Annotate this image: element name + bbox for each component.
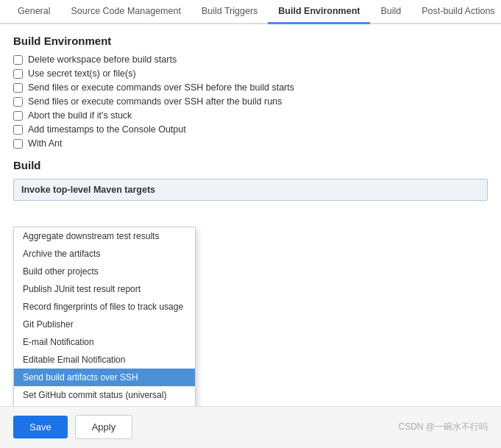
checkbox-row-cb7: With Ant — [13, 138, 488, 149]
checkbox-cb3[interactable] — [13, 83, 23, 93]
apply-button[interactable]: Apply — [75, 415, 133, 439]
checkbox-label-cb6: Add timestamps to the Console Output — [28, 124, 186, 135]
footer: Save Apply CSDN @一碗水不行吗 — [0, 406, 501, 447]
checkbox-cb4[interactable] — [13, 97, 23, 107]
dropdown-item-build-other[interactable]: Build other projects — [14, 263, 195, 280]
checkbox-label-cb7: With Ant — [28, 138, 63, 149]
tab-build-triggers[interactable]: Build Triggers — [191, 0, 268, 24]
dropdown-item-fingerprints[interactable]: Record fingerprints of files to track us… — [14, 298, 195, 316]
checkbox-label-cb3: Send files or execute commands over SSH … — [28, 82, 294, 93]
build-section-title: Build — [13, 159, 488, 171]
dropdown-items-container: Aggregate downstream test resultsArchive… — [14, 227, 195, 406]
dropdown-menu: Aggregate downstream test resultsArchive… — [13, 227, 196, 406]
tab-build[interactable]: Build — [370, 0, 411, 24]
build-section: Build Invoke top-level Maven targets — [13, 159, 488, 201]
checkbox-label-cb2: Use secret text(s) or file(s) — [28, 68, 136, 79]
checkbox-label-cb1: Delete workspace before build starts — [28, 54, 177, 65]
checkbox-cb7[interactable] — [13, 139, 23, 149]
dropdown-item-publish-junit[interactable]: Publish JUnit test result report — [14, 280, 195, 298]
checkbox-row-cb1: Delete workspace before build starts — [13, 54, 488, 65]
build-environment-section: Build Environment Delete workspace befor… — [13, 35, 488, 149]
checkbox-label-cb5: Abort the build if it's stuck — [28, 110, 132, 121]
dropdown-item-archive[interactable]: Archive the artifacts — [14, 245, 195, 263]
tab-post-build[interactable]: Post-build Actions — [411, 0, 501, 24]
dropdown-item-github-deprecated[interactable]: Set build status on GitHub commit [depre… — [14, 404, 195, 406]
dropdown-item-github-commit[interactable]: Set GitHub commit status (universal) — [14, 386, 195, 404]
checkbox-cb6[interactable] — [13, 125, 23, 135]
dropdown-item-email-notif[interactable]: E-mail Notification — [14, 333, 195, 351]
dropdown-item-editable-email[interactable]: Editable Email Notification — [14, 351, 195, 369]
dropdown-item-agg[interactable]: Aggregate downstream test results — [14, 227, 195, 245]
checkboxes-container: Delete workspace before build startsUse … — [13, 54, 488, 149]
dropdown-item-git-publisher[interactable]: Git Publisher — [14, 316, 195, 333]
checkbox-cb1[interactable] — [13, 55, 23, 65]
checkbox-cb2[interactable] — [13, 69, 23, 79]
tab-general[interactable]: General — [7, 0, 60, 24]
build-environment-title: Build Environment — [13, 35, 488, 47]
checkbox-row-cb3: Send files or execute commands over SSH … — [13, 82, 488, 93]
tab-build-environment[interactable]: Build Environment — [268, 0, 370, 24]
tab-source-code[interactable]: Source Code Management — [60, 0, 191, 24]
invoke-maven-box: Invoke top-level Maven targets — [13, 179, 488, 201]
watermark: CSDN @一碗水不行吗 — [398, 421, 488, 433]
checkbox-row-cb5: Abort the build if it's stuck — [13, 110, 488, 121]
dropdown-item-send-ssh[interactable]: Send build artifacts over SSH — [14, 369, 195, 386]
checkbox-row-cb2: Use secret text(s) or file(s) — [13, 68, 488, 79]
checkbox-row-cb6: Add timestamps to the Console Output — [13, 124, 488, 135]
checkbox-row-cb4: Send files or execute commands over SSH … — [13, 96, 488, 107]
checkbox-cb5[interactable] — [13, 111, 23, 121]
save-button[interactable]: Save — [13, 416, 68, 438]
main-content: Build Environment Delete workspace befor… — [0, 24, 501, 406]
checkbox-label-cb4: Send files or execute commands over SSH … — [28, 96, 282, 107]
tab-bar: GeneralSource Code ManagementBuild Trigg… — [0, 0, 501, 24]
